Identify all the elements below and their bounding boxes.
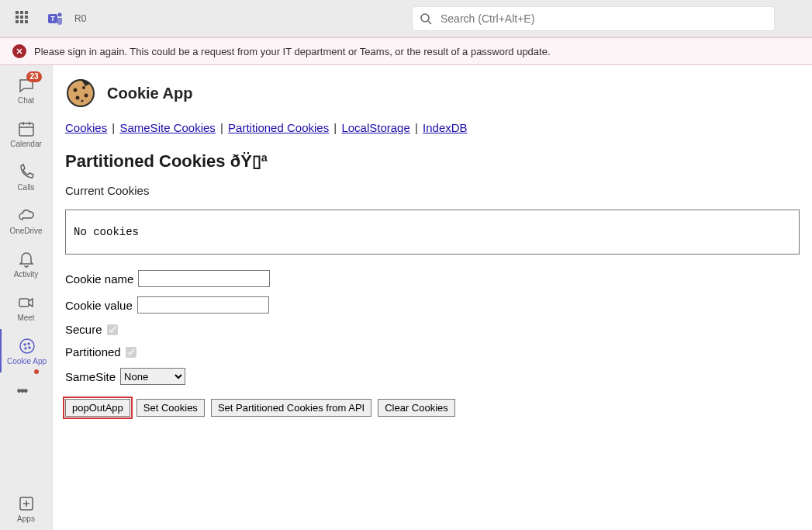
search-icon <box>420 12 432 25</box>
partitioned-label: Partitioned <box>65 345 121 359</box>
secure-checkbox[interactable] <box>107 324 118 335</box>
svg-rect-7 <box>19 123 33 136</box>
bell-icon <box>17 250 36 268</box>
sidebar-item-meet[interactable]: Meet <box>0 286 53 329</box>
svg-line-4 <box>428 21 431 24</box>
calendar-icon <box>17 120 36 138</box>
svg-point-14 <box>28 343 29 345</box>
sidebar-item-onedrive[interactable]: OneDrive <box>0 199 53 242</box>
set-partitioned-api-button[interactable]: Set Partitioned Cookies from API <box>211 399 371 417</box>
sidebar-item-apps[interactable]: Apps <box>0 487 53 530</box>
org-label: R0 <box>74 13 86 24</box>
cookie-value-row: Cookie value <box>53 292 812 318</box>
sidebar-item-activity[interactable]: Activity <box>0 242 53 286</box>
sidebar-label: Calendar <box>10 140 42 148</box>
sidebar-item-calls[interactable]: Calls <box>0 155 53 199</box>
svg-rect-11 <box>19 299 29 307</box>
samesite-row: SameSite None <box>53 363 812 390</box>
set-cookies-button[interactable]: Set Cookies <box>136 399 205 417</box>
current-cookies-label: Current Cookies <box>53 179 812 202</box>
sidebar-label: Chat <box>18 96 34 105</box>
chat-badge: 23 <box>26 71 41 82</box>
svg-point-25 <box>81 100 84 102</box>
cloud-icon <box>17 206 36 225</box>
error-icon <box>12 44 26 58</box>
sidebar-label: Cookie App <box>7 357 47 365</box>
search-input[interactable] <box>412 6 775 31</box>
alert-bar: Please sign in again. This could be a re… <box>0 37 812 65</box>
app-title: Cookie App <box>107 85 192 102</box>
sidebar-item-cookie-app[interactable]: Cookie App <box>0 329 53 372</box>
cookie-name-label: Cookie name <box>65 272 133 286</box>
sidebar-label: Activity <box>14 270 39 279</box>
cookie-name-row: Cookie name <box>53 265 812 292</box>
popout-app-button[interactable]: popOutApp <box>65 399 130 417</box>
page-heading: Partitioned Cookies ðŸ▯ª <box>53 140 812 179</box>
nav-cookies[interactable]: Cookies <box>65 121 107 134</box>
secure-row: Secure <box>53 318 812 341</box>
cookie-value-input[interactable] <box>137 296 269 313</box>
top-bar: T R0 <box>0 0 812 37</box>
nav-partitioned[interactable]: Partitioned Cookies <box>228 121 329 134</box>
sidebar-label: Apps <box>17 514 35 523</box>
sidebar: 23 Chat Calendar Calls OneDrive Activity… <box>0 65 53 530</box>
video-icon <box>17 293 36 312</box>
teams-logo-icon: T <box>47 9 65 28</box>
svg-point-24 <box>85 94 88 98</box>
apps-icon <box>17 494 36 513</box>
button-row: popOutApp Set Cookies Set Partitioned Co… <box>53 390 812 426</box>
cookie-value-label: Cookie value <box>65 299 133 312</box>
partitioned-row: Partitioned <box>53 341 812 363</box>
sidebar-label: OneDrive <box>9 227 42 235</box>
nav-links: Cookies | SameSite Cookies | Partitioned… <box>53 115 812 140</box>
svg-point-13 <box>24 344 26 345</box>
search-container <box>412 6 775 31</box>
cookies-display: No cookies <box>65 210 800 255</box>
svg-point-20 <box>67 80 94 106</box>
partitioned-checkbox[interactable] <box>126 347 136 358</box>
secure-label: Secure <box>65 323 102 336</box>
samesite-label: SameSite <box>65 370 116 383</box>
notification-dot-icon <box>34 369 39 374</box>
nav-localstorage[interactable]: LocalStorage <box>341 121 409 134</box>
sidebar-label: Calls <box>17 183 34 192</box>
cookie-logo-icon <box>65 78 96 109</box>
svg-point-12 <box>20 339 34 353</box>
svg-point-22 <box>82 86 85 89</box>
svg-point-21 <box>74 88 78 92</box>
svg-text:T: T <box>50 15 55 23</box>
nav-indexdb[interactable]: IndexDB <box>423 121 468 134</box>
app-launcher-icon[interactable] <box>16 11 31 26</box>
svg-point-15 <box>25 348 26 349</box>
svg-point-23 <box>76 96 80 100</box>
main-content: Cookie App Cookies | SameSite Cookies | … <box>53 65 812 530</box>
nav-samesite[interactable]: SameSite Cookies <box>119 121 215 134</box>
samesite-select[interactable]: None <box>120 368 185 385</box>
clear-cookies-button[interactable]: Clear Cookies <box>378 399 455 417</box>
more-icon: ••• <box>17 384 36 403</box>
app-header: Cookie App <box>53 65 812 115</box>
svg-point-3 <box>421 14 429 22</box>
sidebar-item-calendar[interactable]: Calendar <box>0 112 53 155</box>
sidebar-item-more[interactable]: ••• <box>0 372 53 416</box>
phone-icon <box>17 163 36 182</box>
svg-point-16 <box>29 347 30 348</box>
cookie-name-input[interactable] <box>138 270 270 287</box>
alert-text: Please sign in again. This could be a re… <box>34 46 551 57</box>
sidebar-item-chat[interactable]: 23 Chat <box>0 68 53 112</box>
cookie-icon <box>18 337 36 355</box>
svg-point-2 <box>58 12 62 16</box>
sidebar-label: Meet <box>17 313 34 322</box>
